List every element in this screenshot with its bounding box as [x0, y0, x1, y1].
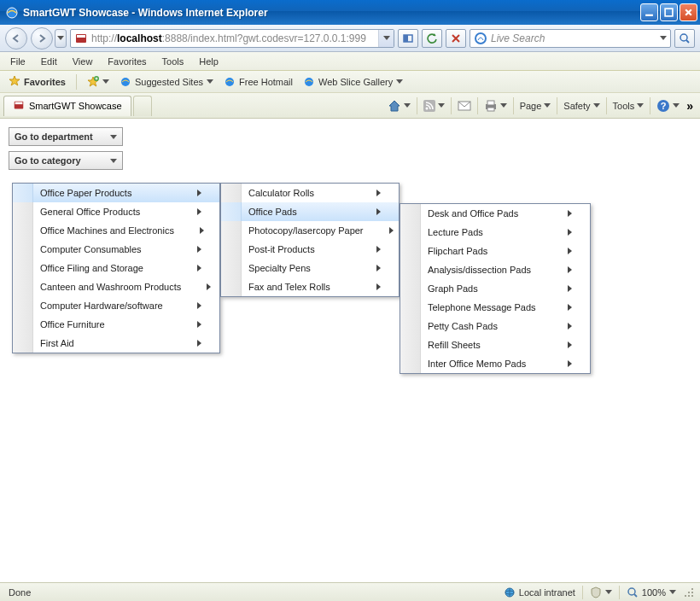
menu-item[interactable]: Specialty Pens — [221, 259, 399, 277]
home-button[interactable] — [384, 97, 414, 114]
submenu-arrow-icon — [197, 207, 204, 217]
menu-item[interactable]: Telephone Message Pads — [400, 298, 590, 317]
submenu-arrow-icon — [568, 359, 575, 369]
address-dropdown[interactable] — [378, 30, 394, 47]
tools-menu[interactable]: Tools — [610, 99, 648, 113]
search-provider-dropdown[interactable] — [656, 36, 670, 40]
menu-item[interactable]: Lecture Pads — [400, 223, 590, 242]
menu-item[interactable]: Calculator Rolls — [221, 184, 399, 202]
browser-tab[interactable]: SmartGWT Showcase — [3, 96, 131, 116]
menu-item-label: Specialty Pens — [248, 263, 376, 273]
svg-point-16 — [425, 107, 428, 109]
menu-gutter — [400, 354, 421, 373]
menu-item[interactable]: First Aid — [13, 334, 219, 353]
stop-button[interactable] — [446, 29, 466, 48]
link-suggested-sites[interactable]: Suggested Sites — [116, 74, 217, 90]
submenu-arrow-icon — [568, 208, 575, 219]
menu-item-label: Office Paper Products — [40, 188, 197, 198]
submenu-arrow-icon — [200, 225, 204, 236]
feeds-button[interactable] — [420, 98, 448, 114]
menu-view[interactable]: View — [66, 55, 100, 68]
category-dropdown[interactable]: Go to category — [9, 151, 123, 170]
menu-item-label: Computer Hardware/software — [40, 300, 197, 311]
protected-mode-indicator[interactable] — [586, 586, 615, 598]
recent-pages-dropdown[interactable] — [55, 29, 67, 48]
menu-item[interactable]: Flipchart Pads — [400, 242, 590, 260]
department-dropdown[interactable]: Go to department — [9, 127, 123, 146]
search-box[interactable]: Live Search — [470, 29, 671, 48]
category-submenu-1: Calculator RollsOffice PadsPhotocopy/las… — [220, 183, 400, 297]
close-button[interactable] — [680, 3, 697, 21]
mail-button[interactable] — [454, 98, 475, 114]
window-titlebar: SmartGWT Showcase - Windows Internet Exp… — [0, 0, 700, 25]
page-menu[interactable]: Page — [516, 99, 555, 113]
menu-item[interactable]: Office Machines and Electronics — [13, 221, 219, 240]
submenu-arrow-icon — [197, 188, 204, 198]
print-button[interactable] — [481, 98, 510, 114]
back-button[interactable] — [5, 27, 27, 50]
minimize-button[interactable] — [640, 3, 658, 21]
menu-item[interactable]: Refill Sheets — [400, 336, 590, 354]
menu-file[interactable]: File — [3, 55, 32, 68]
menu-item-label: Fax and Telex Rolls — [248, 282, 376, 292]
refresh-button[interactable] — [422, 29, 442, 48]
compat-view-button[interactable] — [398, 29, 418, 48]
menu-gutter — [13, 334, 33, 353]
menu-item[interactable]: Canteen and Washroom Products — [13, 277, 219, 296]
menu-item[interactable]: General Office Products — [13, 202, 219, 221]
zoom-control[interactable]: 100% — [623, 586, 680, 598]
separator — [76, 74, 77, 90]
category-submenu-2: Desk and Office PadsLecture PadsFlipchar… — [400, 203, 591, 374]
add-favorite-button[interactable] — [84, 74, 113, 90]
menu-item-label: Canteen and Washroom Products — [40, 282, 207, 292]
menu-item[interactable]: Desk and Office Pads — [400, 204, 590, 223]
menu-help[interactable]: Help — [192, 55, 225, 68]
menu-item[interactable]: Office Filing and Storage — [13, 259, 219, 277]
menu-gutter — [221, 184, 242, 202]
menu-edit[interactable]: Edit — [34, 55, 64, 68]
menu-item[interactable]: Office Paper Products — [13, 184, 219, 202]
star-icon — [9, 75, 20, 89]
menu-gutter — [13, 221, 33, 240]
submenu-arrow-icon — [197, 338, 204, 348]
zone-indicator[interactable]: Local intranet — [500, 586, 579, 598]
resize-grip[interactable] — [683, 586, 695, 598]
address-bar[interactable]: http://localhost:8888/index.html?gwt.cod… — [70, 29, 394, 48]
overflow-button[interactable]: » — [683, 99, 697, 113]
menu-gutter — [221, 202, 242, 221]
menu-item[interactable]: Computer Hardware/software — [13, 296, 219, 315]
menu-item[interactable]: Analysis/dissection Pads — [400, 260, 590, 279]
menu-item[interactable]: Office Furniture — [13, 315, 219, 334]
submenu-arrow-icon — [568, 227, 575, 237]
menu-item[interactable]: Post-it Products — [221, 240, 399, 259]
submenu-arrow-icon — [197, 244, 204, 254]
status-text: Done — [5, 587, 34, 598]
menu-favorites[interactable]: Favorites — [101, 55, 153, 68]
menu-tools[interactable]: Tools — [155, 55, 191, 68]
menu-item[interactable]: Graph Pads — [400, 279, 590, 298]
menu-item[interactable]: Computer Consumables — [13, 240, 219, 259]
menu-item-label: Telephone Message Pads — [428, 302, 568, 312]
menu-item[interactable]: Photocopy/lasercopy Paper — [221, 221, 399, 240]
menu-gutter — [400, 317, 421, 336]
submenu-arrow-icon — [568, 302, 575, 312]
menu-item[interactable]: Office Pads — [221, 202, 399, 221]
favorites-button[interactable]: Favorites — [5, 73, 69, 90]
menu-item[interactable]: Petty Cash Pads — [400, 317, 590, 336]
safety-menu[interactable]: Safety — [560, 99, 603, 113]
menu-item[interactable]: Inter Office Memo Pads — [400, 354, 590, 373]
submenu-arrow-icon — [568, 246, 575, 256]
help-button[interactable]: ? — [653, 97, 683, 114]
maximize-button[interactable] — [660, 3, 678, 21]
submenu-arrow-icon — [376, 207, 383, 217]
forward-button[interactable] — [31, 27, 53, 50]
menu-item-label: Calculator Rolls — [248, 188, 376, 198]
new-tab-button[interactable] — [133, 96, 152, 116]
menu-item[interactable]: Fax and Telex Rolls — [221, 277, 399, 296]
submenu-arrow-icon — [376, 263, 383, 273]
svg-point-31 — [691, 595, 693, 597]
link-free-hotmail[interactable]: Free Hotmail — [220, 74, 296, 90]
menu-gutter — [13, 240, 33, 259]
search-go-button[interactable] — [674, 29, 695, 48]
link-web-slice[interactable]: Web Slice Gallery — [300, 74, 406, 90]
